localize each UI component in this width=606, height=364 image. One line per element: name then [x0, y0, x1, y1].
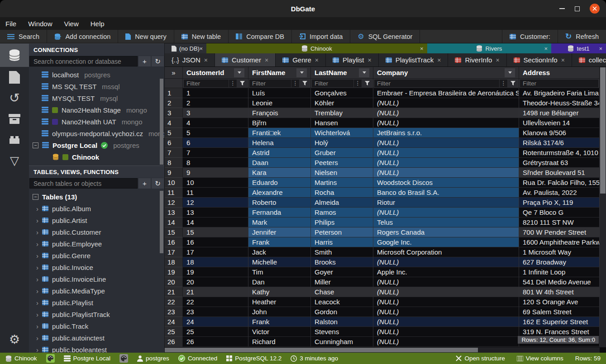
rail-item-plugin[interactable] [0, 129, 29, 150]
grid-cell[interactable]: Eduardo [248, 178, 311, 188]
database-tab-Chinook[interactable]: Chinook× [206, 43, 427, 53]
grid-cell[interactable]: Rogers Canada [373, 227, 519, 237]
palette-icon[interactable] [46, 354, 55, 363]
grid-cell[interactable]: 17 [183, 247, 248, 257]
grid-cell[interactable]: Ralston [311, 317, 373, 327]
grid-cell[interactable]: Peterson [311, 227, 373, 237]
table-item[interactable]: ›public.autoinctest [29, 332, 164, 344]
grid-cell[interactable]: 1 [183, 88, 248, 98]
row-number[interactable]: 6 [165, 138, 183, 148]
grid-cell[interactable]: Gordon [311, 307, 373, 317]
grid-cell[interactable]: Richard [248, 337, 311, 347]
grid-cell[interactable]: 19 [183, 267, 248, 277]
tables-refresh-button[interactable]: ↻ [152, 178, 164, 189]
grid-cell[interactable]: 22 [183, 297, 248, 307]
row-number[interactable]: 24 [165, 317, 183, 327]
rail-item-filter-triangle[interactable]: ▽ [0, 150, 29, 171]
grid-cell[interactable]: Sřnder Boulevard 51 [519, 168, 600, 178]
column-header-firstname[interactable]: FirstName [248, 67, 311, 79]
grid-cell[interactable]: Nielsen [311, 168, 373, 178]
filter-input[interactable] [520, 80, 598, 87]
grid-cell[interactable]: Dan [248, 277, 311, 287]
grid-cell[interactable]: Roberto [248, 198, 311, 208]
grid-cell[interactable]: 541 Del Medio Avenue [519, 277, 600, 287]
grid-cell[interactable]: Helena [248, 138, 311, 148]
filter-input[interactable] [374, 80, 499, 87]
row-number[interactable]: 15 [165, 227, 183, 237]
grid-cell[interactable]: Astrid [248, 148, 311, 158]
grid-cell[interactable]: 9 [183, 168, 248, 178]
status-palette[interactable] [46, 354, 55, 363]
database-tab--no-DB-[interactable]: (no DB)× [165, 43, 206, 53]
tab-close-icon[interactable]: × [561, 57, 565, 64]
row-number[interactable]: 2 [165, 98, 183, 108]
grid-cell[interactable]: Ramos [311, 208, 373, 217]
menu-item-view[interactable]: View [64, 20, 79, 28]
filter-funnel-button[interactable] [508, 80, 518, 87]
row-number[interactable]: 1 [165, 88, 183, 98]
grid-cell[interactable]: 162 E Superior Street [519, 317, 600, 327]
grid-cell[interactable]: Heather [248, 297, 311, 307]
grid-cell[interactable]: Mark [248, 217, 311, 227]
grid-cell[interactable]: Leonie [248, 98, 311, 108]
grid-cell[interactable]: 8210 111 ST NW [519, 217, 600, 227]
grid-cell[interactable]: Rua Dr. Falcăo Filho, 155 [519, 178, 600, 188]
tab-close-icon[interactable]: × [204, 57, 208, 64]
tables-add-button[interactable]: + [138, 178, 151, 189]
grid-cell[interactable]: Miller [311, 277, 373, 287]
tables-scrollbar[interactable] [160, 191, 163, 253]
grid-cell[interactable]: 6 [183, 138, 248, 148]
filter-menu-button[interactable]: ⋮ [354, 80, 362, 87]
grid-cell[interactable]: Riotur [373, 198, 519, 208]
minimize-button[interactable] [559, 8, 565, 9]
filter-input[interactable] [184, 80, 229, 87]
toolbar-button-sql-generator[interactable]: ⚙SQL Generator [350, 30, 420, 43]
grid-cell[interactable]: Harris [311, 237, 373, 247]
row-number[interactable]: 5 [165, 128, 183, 138]
tab-close-icon[interactable]: × [544, 45, 548, 52]
column-dropdown-button[interactable] [296, 68, 307, 77]
table-item[interactable]: ›public.Employee [29, 238, 164, 250]
rail-item-settings[interactable]: ⚙ [0, 329, 29, 350]
status-view-columns[interactable]: View columns [517, 355, 563, 362]
rail-item-file[interactable] [0, 67, 29, 88]
grid-cell[interactable]: Rotenturmstraße 4, 1010 I [519, 148, 600, 158]
filter-funnel-button[interactable] [300, 80, 310, 87]
table-item[interactable]: ›public.booleantest [29, 344, 164, 353]
grid-cell[interactable]: (NULL) [373, 148, 519, 158]
table-item[interactable]: ›public.Playlist [29, 297, 164, 308]
grid-cell[interactable]: Woodstock Discos [373, 178, 519, 188]
table-item[interactable]: ›public.MediaType [29, 285, 164, 297]
palette-icon[interactable] [119, 354, 128, 363]
connections-add-button[interactable]: + [138, 56, 151, 66]
grid-cell[interactable]: 2 [183, 98, 248, 108]
menu-item-file[interactable]: File [5, 20, 16, 28]
tab-customer[interactable]: Customer× [215, 53, 276, 66]
grid-cell[interactable]: Chase [311, 287, 373, 297]
connection-item[interactable]: −Postgre Localpostgres [29, 139, 164, 151]
toolbar-button-new-query[interactable]: New query [118, 30, 174, 43]
grid-cell[interactable]: 25 [183, 327, 248, 337]
table-item[interactable]: ›public.Genre [29, 250, 164, 261]
grid-cell[interactable]: (NULL) [373, 138, 519, 148]
grid-cell[interactable]: Peeters [311, 158, 373, 168]
grid-cell[interactable]: Almeida [311, 198, 373, 208]
grid-cell[interactable]: Luís [248, 88, 311, 98]
grid-cell[interactable]: (NULL) [373, 108, 519, 118]
grid-cell[interactable]: Qe 7 Bloco G [519, 208, 600, 217]
grid-cell[interactable]: Daan [248, 158, 311, 168]
grid-cell[interactable]: JetBrains s.r.o. [373, 128, 519, 138]
grid-cell[interactable]: 120 S Orange Ave [519, 297, 600, 307]
grid-cell[interactable]: (NULL) [373, 337, 519, 347]
grid-cell[interactable]: Rilská 3174/6 [519, 138, 600, 148]
grid-cell[interactable]: 3 [183, 108, 248, 118]
table-item[interactable]: ›public.Customer [29, 226, 164, 238]
row-number[interactable]: 14 [165, 217, 183, 227]
grid-cell[interactable]: Michelle [248, 257, 311, 267]
grid-cell[interactable]: 319 N. Frances Street [519, 327, 600, 337]
collapse-toggle-icon[interactable]: − [33, 142, 38, 148]
tab-playlist[interactable]: Playlist× [326, 53, 379, 66]
grid-cell[interactable]: 69 Salem Street [519, 307, 600, 317]
grid-cell[interactable]: (NULL) [373, 208, 519, 217]
column-dropdown-button[interactable] [359, 68, 369, 77]
